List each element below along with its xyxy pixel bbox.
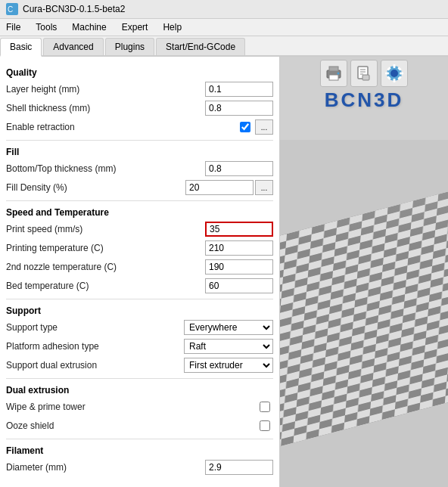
menu-file[interactable]: File xyxy=(3,20,23,34)
select-support-dual-extrusion[interactable]: First extruder Second extruder Both xyxy=(184,358,273,373)
label-support-type: Support type xyxy=(6,322,184,333)
checkbox-wipe-prime-tower[interactable] xyxy=(260,402,270,412)
tab-start-end-gcode[interactable]: Start/End-GCode xyxy=(156,38,245,55)
input-bottom-top-thickness[interactable] xyxy=(205,161,273,176)
divider-support-dual xyxy=(6,378,273,379)
field-enable-retraction: Enable retraction ... xyxy=(6,119,273,135)
input-fill-density[interactable] xyxy=(185,180,254,195)
svg-rect-13 xyxy=(394,64,396,68)
3d-view-svg xyxy=(280,140,448,487)
menu-help[interactable]: Help xyxy=(160,20,185,34)
svg-rect-15 xyxy=(385,73,389,75)
field-print-speed: Print speed (mm/s) xyxy=(6,221,273,237)
checkbox-enable-retraction[interactable] xyxy=(240,122,250,132)
app-icon: C xyxy=(6,3,18,15)
field-platform-adhesion: Platform adhesion type Raft Brim None xyxy=(6,338,273,355)
input-printing-temperature[interactable] xyxy=(205,240,273,256)
document-icon-box xyxy=(350,60,378,87)
input-diameter[interactable] xyxy=(205,460,273,475)
divider-dual-filament xyxy=(6,439,273,439)
field-fill-density: Fill Density (%) ... xyxy=(6,179,273,196)
label-bottom-top-thickness: Bottom/Top thickness (mm) xyxy=(6,163,205,174)
label-enable-retraction: Enable retraction xyxy=(6,122,240,132)
input-layer-height[interactable] xyxy=(205,82,273,97)
label-2nd-nozzle-temp: 2nd nozzle temperature (C) xyxy=(6,262,205,272)
label-layer-height: Layer height (mm) xyxy=(6,84,205,95)
printer-icon xyxy=(325,64,343,82)
label-bed-temperature: Bed temperature (C) xyxy=(6,281,205,291)
gear-icon-box xyxy=(381,60,408,87)
divider-speed-support xyxy=(6,299,273,299)
tab-advanced[interactable]: Advanced xyxy=(43,38,103,55)
divider-fill-speed xyxy=(6,200,273,201)
field-printing-temperature: Printing temperature (C) xyxy=(6,240,273,256)
field-2nd-nozzle-temp: 2nd nozzle temperature (C) xyxy=(6,259,273,275)
field-shell-thickness: Shell thickness (mm) xyxy=(6,100,273,116)
field-support-type: Support type Everywhere Touching buildpl… xyxy=(6,319,273,336)
checkbox-ooze-shield[interactable] xyxy=(260,420,270,431)
svg-rect-16 xyxy=(400,73,403,75)
label-platform-adhesion: Platform adhesion type xyxy=(6,341,184,352)
right-panel: BCN3D xyxy=(280,57,448,487)
field-support-dual-extrusion: Support dual extrusion First extruder Se… xyxy=(6,357,273,374)
label-diameter: Diameter (mm) xyxy=(6,462,205,473)
menu-expert[interactable]: Expert xyxy=(119,20,151,34)
svg-point-12 xyxy=(390,70,398,77)
svg-rect-10 xyxy=(362,75,369,80)
label-print-speed: Print speed (mm/s) xyxy=(6,224,205,234)
svg-text:C: C xyxy=(8,5,13,14)
svg-rect-27 xyxy=(280,140,448,243)
extra-btn-fill-density[interactable]: ... xyxy=(255,180,273,195)
document-icon xyxy=(355,64,373,82)
checkerboard-area xyxy=(280,140,448,487)
bcn3d-logo-text: BCN3D xyxy=(325,88,404,112)
field-layer-height: Layer height (mm) xyxy=(6,81,273,98)
select-support-type[interactable]: Everywhere Touching buildplate None xyxy=(184,320,273,335)
field-bed-temperature: Bed temperature (C) xyxy=(6,278,273,294)
field-diameter: Diameter (mm) xyxy=(6,459,273,476)
input-shell-thickness[interactable] xyxy=(205,101,273,116)
logo-icons-row xyxy=(320,60,408,87)
label-fill-density: Fill Density (%) xyxy=(6,182,185,193)
section-support-header: Support xyxy=(6,306,273,316)
label-wipe-prime-tower: Wipe & prime tower xyxy=(6,402,260,412)
label-printing-temperature: Printing temperature (C) xyxy=(6,243,205,253)
label-shell-thickness: Shell thickness (mm) xyxy=(6,103,205,113)
input-bed-temperature[interactable] xyxy=(205,278,273,293)
printer-icon-box xyxy=(320,60,347,87)
window-title: Cura-BCN3D-0.1.5-beta2 xyxy=(23,4,125,14)
field-bottom-top-thickness: Bottom/Top thickness (mm) xyxy=(6,160,273,177)
input-print-speed[interactable] xyxy=(205,222,273,237)
menu-machine[interactable]: Machine xyxy=(69,20,109,34)
svg-rect-3 xyxy=(329,67,338,71)
svg-rect-14 xyxy=(394,79,396,82)
logo-area: BCN3D xyxy=(280,60,448,112)
section-dual-extrusion-header: Dual extrusion xyxy=(6,385,273,395)
tab-basic[interactable]: Basic xyxy=(0,38,42,57)
field-ooze-shield: Ooze shield xyxy=(6,417,273,434)
divider-quality-fill xyxy=(6,140,273,141)
tab-bar: Basic Advanced Plugins Start/End-GCode xyxy=(0,36,448,57)
label-support-dual-extrusion: Support dual extrusion xyxy=(6,360,184,371)
section-filament-header: Filament xyxy=(6,445,273,456)
section-fill-header: Fill xyxy=(6,147,273,157)
svg-point-5 xyxy=(338,73,340,75)
section-quality-header: Quality xyxy=(6,67,273,78)
main-layout: Quality Layer height (mm) Shell thicknes… xyxy=(0,57,448,487)
svg-rect-4 xyxy=(329,75,338,80)
field-wipe-prime-tower: Wipe & prime tower xyxy=(6,399,273,415)
section-speed-temp-header: Speed and Temperature xyxy=(6,207,273,218)
gear-icon xyxy=(384,63,405,84)
extra-btn-retraction[interactable]: ... xyxy=(255,119,273,135)
input-2nd-nozzle-temp[interactable] xyxy=(205,259,273,275)
select-platform-adhesion[interactable]: Raft Brim None xyxy=(184,339,273,354)
left-panel: Quality Layer height (mm) Shell thicknes… xyxy=(0,57,280,487)
label-ooze-shield: Ooze shield xyxy=(6,420,260,431)
menu-tools[interactable]: Tools xyxy=(33,20,60,34)
menu-bar: File Tools Machine Expert Help xyxy=(0,19,448,36)
title-bar: C Cura-BCN3D-0.1.5-beta2 xyxy=(0,0,448,19)
tab-plugins[interactable]: Plugins xyxy=(105,38,154,55)
